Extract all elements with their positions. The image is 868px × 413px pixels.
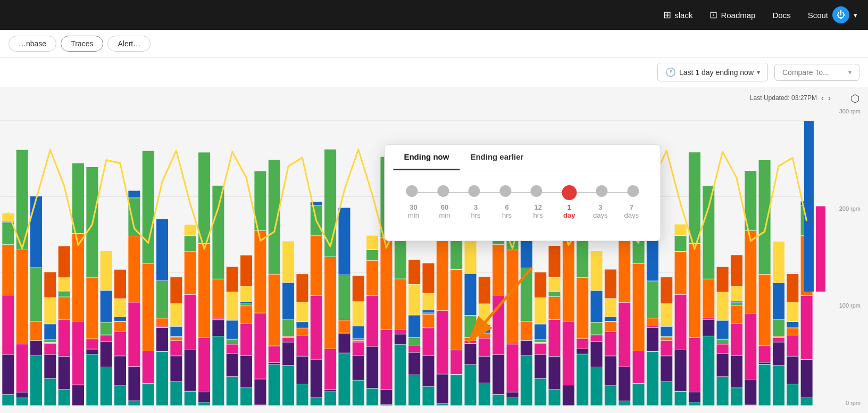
svg-rect-117	[128, 302, 140, 367]
label-3days: 3days	[593, 203, 608, 219]
svg-rect-646	[759, 364, 771, 406]
svg-rect-161	[185, 350, 196, 391]
svg-rect-606	[703, 186, 714, 278]
svg-rect-682	[787, 274, 798, 302]
svg-rect-619	[717, 292, 729, 320]
svg-rect-375	[437, 374, 448, 403]
svg-rect-475	[549, 296, 561, 319]
svg-rect-238	[282, 365, 294, 405]
svg-rect-403	[464, 274, 476, 315]
svg-rect-265	[296, 274, 308, 302]
svg-rect-87	[101, 342, 112, 367]
prev-arrow[interactable]: ‹	[821, 93, 824, 102]
compare-to-dropdown[interactable]: Compare To... ▾	[774, 64, 859, 81]
svg-rect-336	[395, 334, 406, 344]
svg-rect-598	[703, 336, 714, 406]
svg-rect-517	[605, 356, 616, 385]
svg-rect-163	[185, 294, 196, 350]
y-label-300: 300 rpm	[839, 108, 861, 114]
time-range-dropdown[interactable]: 🕐 Last 1 day ending now ▾	[657, 63, 768, 81]
svg-rect-130	[143, 263, 154, 351]
svg-rect-607	[717, 376, 729, 405]
svg-rect-124	[143, 384, 154, 406]
label-30min: 30min	[406, 203, 421, 219]
svg-rect-617	[717, 320, 729, 339]
svg-rect-334	[395, 344, 406, 406]
dot-60min[interactable]	[437, 185, 449, 197]
svg-rect-233	[269, 346, 280, 363]
time-range-label: Last 1 day ending now	[679, 68, 754, 77]
svg-rect-246	[282, 319, 294, 336]
svg-rect-108	[114, 317, 126, 321]
svg-rect-229	[269, 365, 280, 406]
slack-nav-item[interactable]: ⊞ slack	[663, 9, 692, 21]
svg-rect-257	[296, 328, 308, 335]
tab-traces[interactable]: Traces	[61, 36, 103, 52]
ending-now-tab[interactable]: Ending now	[393, 145, 460, 170]
svg-rect-144	[170, 382, 182, 406]
svg-rect-180	[198, 152, 210, 243]
svg-rect-28	[30, 340, 42, 356]
svg-rect-39	[44, 354, 56, 378]
svg-rect-80	[86, 338, 98, 349]
svg-rect-678	[787, 321, 798, 327]
svg-rect-595	[689, 243, 700, 337]
svg-rect-207	[240, 356, 252, 387]
svg-rect-128	[143, 351, 154, 383]
dot-12hrs[interactable]	[531, 185, 542, 197]
svg-rect-272	[311, 235, 322, 295]
svg-rect-119	[128, 236, 140, 302]
svg-rect-364	[422, 314, 434, 328]
svg-rect-102	[114, 332, 126, 356]
dot-6hrs[interactable]	[499, 185, 511, 197]
next-arrow[interactable]: ›	[828, 93, 831, 102]
svg-rect-611	[717, 344, 729, 353]
svg-rect-659	[773, 337, 784, 342]
svg-rect-668	[787, 384, 798, 405]
svg-rect-23	[16, 250, 28, 344]
timeline-track	[406, 187, 639, 198]
svg-rect-299	[353, 355, 364, 380]
svg-rect-488	[563, 321, 574, 385]
svg-rect-497	[577, 338, 588, 349]
ending-earlier-tab[interactable]: Ending earlier	[460, 145, 534, 170]
scout-button[interactable]: Scout ⏻ ▾	[808, 6, 857, 23]
svg-rect-473	[549, 319, 561, 356]
dot-3days[interactable]	[596, 185, 608, 197]
svg-rect-547	[633, 263, 645, 351]
svg-rect-32	[30, 321, 42, 341]
tab-database[interactable]: …nbase	[9, 36, 56, 52]
svg-rect-576	[675, 391, 687, 406]
sub-navigation: …nbase Traces Alert…	[0, 30, 868, 57]
dot-30min[interactable]	[406, 185, 418, 197]
y-label-0: 0 rpm	[839, 400, 861, 406]
svg-rect-425	[493, 295, 504, 354]
svg-rect-69	[72, 385, 84, 406]
svg-rect-288	[338, 333, 350, 353]
clock-icon: 🕐	[665, 67, 676, 77]
dot-3hrs[interactable]	[469, 185, 480, 197]
svg-rect-139	[156, 318, 168, 326]
svg-rect-6	[2, 354, 14, 394]
svg-rect-641	[745, 313, 756, 379]
time-dropdown-chevron: ▾	[757, 69, 760, 76]
svg-rect-324	[366, 236, 378, 250]
dot-7days[interactable]	[627, 185, 639, 197]
svg-rect-628	[731, 305, 742, 324]
svg-rect-420	[479, 277, 490, 304]
svg-rect-123	[128, 191, 140, 197]
svg-rect-483	[549, 246, 561, 277]
svg-rect-329	[380, 329, 392, 389]
dot-1day[interactable]	[562, 185, 577, 200]
svg-rect-438	[506, 344, 518, 392]
svg-rect-204	[227, 267, 238, 292]
svg-rect-192	[227, 353, 238, 377]
svg-rect-412	[479, 333, 490, 337]
svg-rect-263	[296, 302, 308, 321]
docs-nav-item[interactable]: Docs	[772, 11, 790, 20]
svg-rect-301	[353, 342, 364, 355]
roadmap-nav-item[interactable]: ⊡ Roadmap	[710, 9, 755, 21]
svg-rect-418	[479, 304, 490, 325]
tab-alerts[interactable]: Alert…	[107, 36, 151, 52]
svg-rect-154	[170, 326, 182, 336]
